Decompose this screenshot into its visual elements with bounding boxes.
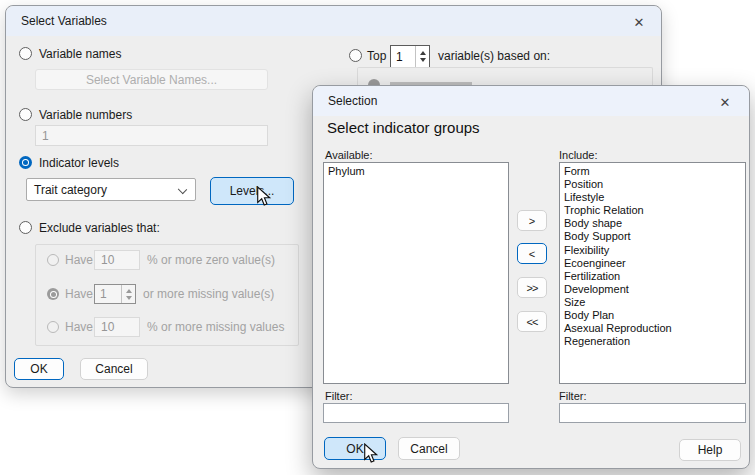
variable-numbers-label: Variable numbers — [39, 108, 132, 122]
missing-count-spinner: 1 — [94, 284, 136, 304]
available-label: Available: — [325, 148, 373, 162]
top-count-spinner[interactable]: 1 — [390, 45, 430, 68]
indicator-levels-radio[interactable] — [19, 156, 32, 169]
missing-percent-have-label: Have — [65, 320, 93, 334]
list-item[interactable]: Lifestyle — [564, 191, 745, 204]
indicator-levels-label: Indicator levels — [39, 156, 119, 170]
selection-titlebar — [313, 86, 749, 116]
close-icon[interactable]: ✕ — [716, 93, 734, 111]
include-label: Include: — [559, 148, 598, 162]
missing-percent-input: 10 — [94, 317, 140, 337]
exclude-variables-radio[interactable] — [19, 221, 32, 234]
list-item[interactable]: Asexual Reproduction — [564, 322, 745, 335]
list-item[interactable]: Size — [564, 296, 745, 309]
select-variable-names-button: Select Variable Names... — [35, 69, 268, 90]
zero-values-input: 10 — [94, 250, 140, 270]
selection-title: Selection — [328, 94, 377, 108]
ok-button[interactable]: OK — [14, 358, 64, 380]
spinner-arrows-icon[interactable] — [415, 46, 429, 67]
missing-percent-suffix-label: % or more missing values — [147, 320, 284, 334]
include-filter-input[interactable] — [559, 403, 746, 423]
include-filter-label: Filter: — [559, 389, 587, 403]
move-right-button[interactable]: > — [517, 210, 547, 231]
missing-count-radio — [47, 288, 59, 300]
levels-button[interactable]: Levels... — [210, 177, 294, 205]
mouse-cursor-ok — [363, 443, 379, 465]
selection-dialog: Selection ✕ Select indicator groups Avai… — [312, 85, 750, 469]
list-item[interactable]: Phylum — [328, 165, 508, 178]
missing-count-have-label: Have — [65, 287, 93, 301]
list-item[interactable]: Position — [564, 178, 745, 191]
list-item[interactable]: Body Plan — [564, 309, 745, 322]
list-item[interactable]: Development — [564, 283, 745, 296]
variable-names-radio[interactable] — [19, 47, 32, 60]
move-left-button[interactable]: < — [517, 243, 547, 264]
list-item[interactable]: Trophic Relation — [564, 204, 745, 217]
zero-values-radio — [47, 254, 59, 266]
zero-values-suffix-label: % or more zero value(s) — [147, 253, 275, 267]
spinner-value: 1 — [95, 285, 121, 303]
spinner-value: 1 — [391, 46, 415, 67]
list-item[interactable]: Regeneration — [564, 335, 745, 348]
top-variables-suffix-label: variable(s) based on: — [438, 49, 550, 63]
radio-inner-ring — [22, 159, 29, 166]
chevron-down-icon — [178, 185, 187, 194]
mouse-cursor-levels — [256, 186, 272, 208]
cancel-button[interactable]: Cancel — [398, 437, 460, 460]
top-variables-radio[interactable] — [349, 49, 362, 62]
variable-names-label: Variable names — [39, 47, 122, 61]
variable-numbers-radio[interactable] — [19, 108, 32, 121]
top-variables-label: Top — [367, 49, 386, 63]
selection-heading: Select indicator groups — [327, 119, 480, 136]
close-icon[interactable]: ✕ — [630, 13, 648, 31]
move-all-left-button[interactable]: << — [517, 311, 547, 332]
list-item[interactable]: Ecoengineer — [564, 257, 745, 270]
list-item[interactable]: Body Support — [564, 230, 745, 243]
spinner-arrows-icon — [121, 285, 135, 303]
missing-count-suffix-label: or more missing value(s) — [143, 287, 274, 301]
list-item[interactable]: Body shape — [564, 217, 745, 230]
move-all-right-button[interactable]: >> — [517, 277, 547, 298]
exclude-variables-label: Exclude variables that: — [39, 221, 160, 235]
select-variables-title: Select Variables — [21, 14, 107, 28]
list-item[interactable]: Flexibility — [564, 244, 745, 257]
indicator-category-dropdown[interactable]: Trait category — [26, 178, 196, 201]
available-filter-label: Filter: — [325, 389, 353, 403]
available-listbox[interactable]: Phylum — [323, 162, 509, 384]
available-filter-input[interactable] — [323, 403, 509, 423]
variable-numbers-input[interactable]: 1 — [35, 125, 268, 146]
zero-values-have-label: Have — [65, 253, 93, 267]
missing-percent-radio — [47, 321, 59, 333]
list-item[interactable]: Fertilization — [564, 270, 745, 283]
dropdown-selected-value: Trait category — [34, 183, 107, 197]
based-on-group-clipped — [357, 67, 653, 86]
list-item[interactable]: Form — [564, 165, 745, 178]
help-button[interactable]: Help — [679, 439, 741, 461]
include-listbox[interactable]: FormPositionLifestyleTrophic RelationBod… — [559, 162, 746, 384]
cancel-button[interactable]: Cancel — [80, 358, 148, 380]
